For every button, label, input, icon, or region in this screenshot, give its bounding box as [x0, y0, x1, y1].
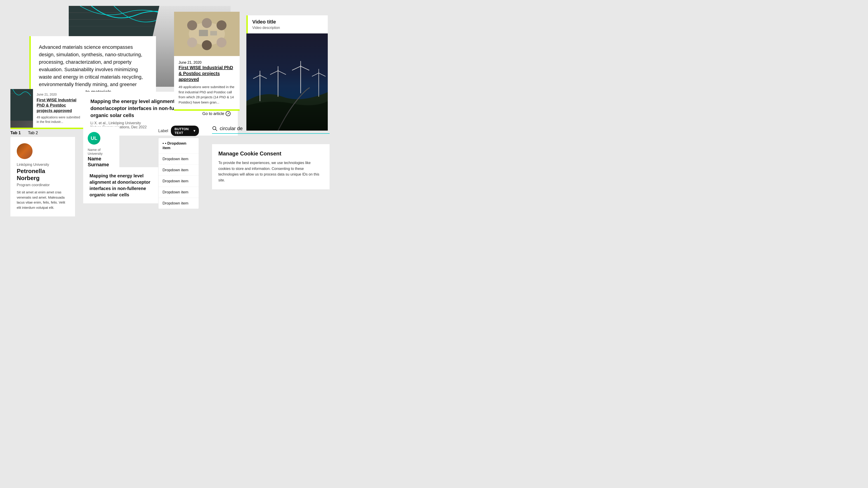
svg-point-9 [202, 18, 212, 28]
person-card: Linköping University Petronella Norberg … [10, 137, 75, 217]
news-small-excerpt: 49 applications were submitted in the fi… [37, 115, 81, 124]
video-title: Video title [252, 19, 323, 25]
dropdown-label-row: Label BUTTON TEXT ▾ [158, 126, 199, 136]
meeting-image [174, 12, 240, 56]
dropdown-item-5[interactable]: Dropdown item [158, 198, 199, 209]
news-excerpt: 49 applications were submitted in the fi… [179, 85, 235, 105]
news-card-right[interactable]: June 21, 2020 First WISE Industrial PhD … [174, 12, 240, 111]
search-input-wrap [212, 126, 330, 134]
external-link-icon: ↗ [225, 111, 230, 116]
article-card-bottom: Mapping the energy level alignment at do… [83, 167, 160, 203]
person-university: Linköping University [17, 163, 69, 167]
news-thumb [10, 89, 33, 128]
news-card-small[interactable]: June 21, 2020 First WISE Industrial PhD … [10, 89, 85, 129]
video-description: Video description [252, 26, 323, 30]
news-date: June 21, 2020 [179, 61, 235, 65]
search-widget [212, 126, 330, 134]
svg-rect-14 [199, 30, 208, 36]
video-thumbnail[interactable] [246, 33, 328, 131]
news-card-small-content: June 21, 2020 First WISE Industrial PhD … [33, 89, 85, 128]
person-bio: Sit sit amet at enim amet cras venenatis… [17, 190, 69, 210]
svg-point-13 [187, 37, 197, 47]
quote-text: Advanced materials science encompasses d… [39, 43, 148, 96]
svg-rect-16 [246, 33, 328, 131]
go-to-article-label: Go to article [202, 111, 224, 116]
profile-avatar: UL [88, 132, 100, 144]
search-icon [212, 126, 217, 131]
cookie-title: Manage Cookie Consent [218, 151, 323, 157]
dropdown-label: Label [158, 129, 168, 133]
tab-2[interactable]: Tab 2 [28, 129, 38, 138]
dropdown-item-0[interactable]: • Dropdown item [158, 138, 199, 154]
cookie-text: To provide the best experiences, we use … [218, 160, 323, 183]
dropdown-widget: Label BUTTON TEXT ▾ • Dropdown item Drop… [158, 126, 199, 209]
svg-point-10 [217, 20, 226, 30]
svg-line-36 [215, 129, 217, 131]
svg-point-35 [213, 127, 216, 130]
news-title[interactable]: First WISE Industrial PhD & Postdoc proj… [179, 65, 235, 82]
person-avatar [17, 143, 33, 159]
news-small-title[interactable]: First WISE Industrial PhD & Postdoc proj… [37, 98, 81, 113]
svg-rect-15 [210, 31, 217, 35]
news-card-body: June 21, 2020 First WISE Industrial PhD … [174, 56, 240, 111]
dropdown-button[interactable]: BUTTON TEXT ▾ [171, 126, 199, 136]
profile-name: Name Surname [88, 156, 115, 168]
dropdown-list: • Dropdown item Dropdown item Dropdown i… [158, 138, 199, 209]
person-role: Program coordinator [17, 183, 69, 187]
person-name: Petronella Norberg [17, 168, 69, 182]
go-to-article-link[interactable]: Go to article ↗ [202, 111, 230, 116]
article-bottom-title: Mapping the energy level alignment at do… [90, 173, 154, 198]
dropdown-item-1[interactable]: Dropdown item [158, 154, 199, 165]
cookie-consent-card: Manage Cookie Consent To provide the bes… [212, 144, 330, 189]
profile-university: Name of University [88, 148, 115, 156]
dropdown-item-3[interactable]: Dropdown item [158, 176, 199, 187]
video-title-box: Video title Video description [246, 15, 328, 33]
tab-1[interactable]: Tab 1 [10, 129, 21, 138]
svg-point-12 [202, 40, 212, 50]
dropdown-item-2[interactable]: Dropdown item [158, 165, 199, 176]
tabs-bar: Tab 1 Tab 2 [10, 129, 74, 138]
article-authors: Li X. et al., Linköping University [90, 121, 202, 125]
dropdown-item-4[interactable]: Dropdown item [158, 187, 199, 198]
search-input[interactable] [220, 126, 330, 131]
svg-point-8 [187, 20, 197, 30]
video-card: Video title Video description [246, 15, 328, 131]
chevron-down-icon: ▾ [193, 129, 195, 133]
svg-point-11 [217, 37, 226, 47]
news-small-date: June 21, 2020 [37, 93, 81, 96]
